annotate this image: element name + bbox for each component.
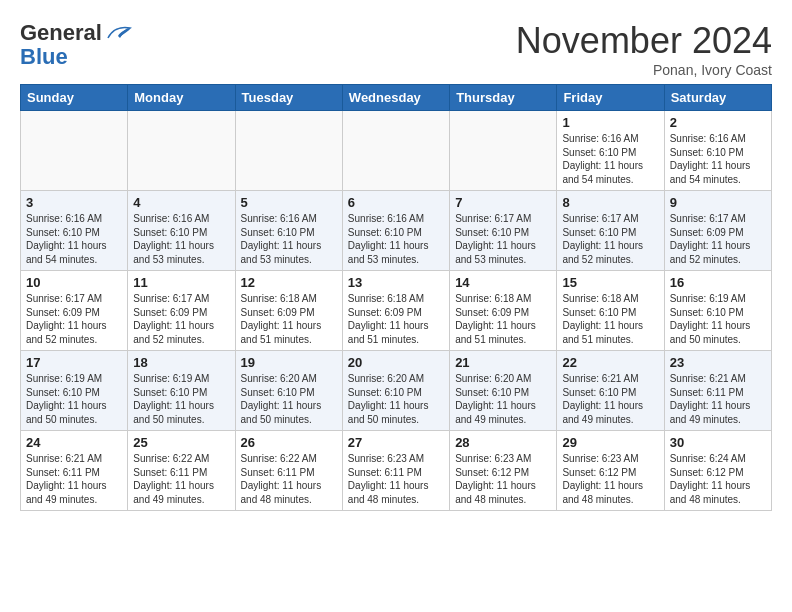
day-number: 5 (241, 195, 337, 210)
col-sunday: Sunday (21, 85, 128, 111)
calendar-week-1: 1Sunrise: 6:16 AM Sunset: 6:10 PM Daylig… (21, 111, 772, 191)
day-number: 12 (241, 275, 337, 290)
calendar-cell: 15Sunrise: 6:18 AM Sunset: 6:10 PM Dayli… (557, 271, 664, 351)
day-number: 19 (241, 355, 337, 370)
title-block: November 2024 Ponan, Ivory Coast (516, 20, 772, 78)
day-number: 30 (670, 435, 766, 450)
calendar-cell: 27Sunrise: 6:23 AM Sunset: 6:11 PM Dayli… (342, 431, 449, 511)
month-title: November 2024 (516, 20, 772, 62)
day-number: 15 (562, 275, 658, 290)
calendar-cell: 12Sunrise: 6:18 AM Sunset: 6:09 PM Dayli… (235, 271, 342, 351)
day-detail: Sunrise: 6:20 AM Sunset: 6:10 PM Dayligh… (348, 372, 444, 426)
calendar-cell: 11Sunrise: 6:17 AM Sunset: 6:09 PM Dayli… (128, 271, 235, 351)
calendar-cell: 21Sunrise: 6:20 AM Sunset: 6:10 PM Dayli… (450, 351, 557, 431)
calendar-cell: 28Sunrise: 6:23 AM Sunset: 6:12 PM Dayli… (450, 431, 557, 511)
day-number: 4 (133, 195, 229, 210)
col-friday: Friday (557, 85, 664, 111)
calendar-cell: 24Sunrise: 6:21 AM Sunset: 6:11 PM Dayli… (21, 431, 128, 511)
col-tuesday: Tuesday (235, 85, 342, 111)
day-number: 29 (562, 435, 658, 450)
day-number: 6 (348, 195, 444, 210)
day-detail: Sunrise: 6:22 AM Sunset: 6:11 PM Dayligh… (241, 452, 337, 506)
day-detail: Sunrise: 6:17 AM Sunset: 6:10 PM Dayligh… (562, 212, 658, 266)
day-number: 11 (133, 275, 229, 290)
calendar-cell (235, 111, 342, 191)
location-subtitle: Ponan, Ivory Coast (516, 62, 772, 78)
day-detail: Sunrise: 6:21 AM Sunset: 6:11 PM Dayligh… (670, 372, 766, 426)
calendar-cell: 25Sunrise: 6:22 AM Sunset: 6:11 PM Dayli… (128, 431, 235, 511)
day-number: 13 (348, 275, 444, 290)
day-detail: Sunrise: 6:16 AM Sunset: 6:10 PM Dayligh… (241, 212, 337, 266)
calendar-week-3: 10Sunrise: 6:17 AM Sunset: 6:09 PM Dayli… (21, 271, 772, 351)
calendar-cell: 2Sunrise: 6:16 AM Sunset: 6:10 PM Daylig… (664, 111, 771, 191)
logo: General Blue (20, 20, 132, 68)
day-number: 27 (348, 435, 444, 450)
day-number: 2 (670, 115, 766, 130)
calendar-cell: 16Sunrise: 6:19 AM Sunset: 6:10 PM Dayli… (664, 271, 771, 351)
day-detail: Sunrise: 6:16 AM Sunset: 6:10 PM Dayligh… (133, 212, 229, 266)
calendar-header-row: Sunday Monday Tuesday Wednesday Thursday… (21, 85, 772, 111)
day-detail: Sunrise: 6:22 AM Sunset: 6:11 PM Dayligh… (133, 452, 229, 506)
calendar-cell (128, 111, 235, 191)
day-detail: Sunrise: 6:17 AM Sunset: 6:10 PM Dayligh… (455, 212, 551, 266)
day-number: 3 (26, 195, 122, 210)
day-detail: Sunrise: 6:18 AM Sunset: 6:09 PM Dayligh… (241, 292, 337, 346)
day-number: 22 (562, 355, 658, 370)
calendar-week-2: 3Sunrise: 6:16 AM Sunset: 6:10 PM Daylig… (21, 191, 772, 271)
calendar-cell: 17Sunrise: 6:19 AM Sunset: 6:10 PM Dayli… (21, 351, 128, 431)
calendar-cell: 26Sunrise: 6:22 AM Sunset: 6:11 PM Dayli… (235, 431, 342, 511)
calendar-cell: 20Sunrise: 6:20 AM Sunset: 6:10 PM Dayli… (342, 351, 449, 431)
day-detail: Sunrise: 6:17 AM Sunset: 6:09 PM Dayligh… (670, 212, 766, 266)
calendar-cell: 18Sunrise: 6:19 AM Sunset: 6:10 PM Dayli… (128, 351, 235, 431)
calendar-week-4: 17Sunrise: 6:19 AM Sunset: 6:10 PM Dayli… (21, 351, 772, 431)
page-container: General Blue November 2024 Ponan, Ivory … (0, 0, 792, 521)
day-detail: Sunrise: 6:18 AM Sunset: 6:10 PM Dayligh… (562, 292, 658, 346)
calendar-cell: 29Sunrise: 6:23 AM Sunset: 6:12 PM Dayli… (557, 431, 664, 511)
day-number: 28 (455, 435, 551, 450)
logo-bird-icon (104, 22, 132, 44)
calendar-cell: 8Sunrise: 6:17 AM Sunset: 6:10 PM Daylig… (557, 191, 664, 271)
day-detail: Sunrise: 6:16 AM Sunset: 6:10 PM Dayligh… (562, 132, 658, 186)
day-number: 10 (26, 275, 122, 290)
day-number: 16 (670, 275, 766, 290)
day-detail: Sunrise: 6:16 AM Sunset: 6:10 PM Dayligh… (26, 212, 122, 266)
day-number: 17 (26, 355, 122, 370)
day-number: 26 (241, 435, 337, 450)
calendar-cell: 23Sunrise: 6:21 AM Sunset: 6:11 PM Dayli… (664, 351, 771, 431)
calendar-cell: 13Sunrise: 6:18 AM Sunset: 6:09 PM Dayli… (342, 271, 449, 351)
day-detail: Sunrise: 6:23 AM Sunset: 6:12 PM Dayligh… (455, 452, 551, 506)
day-number: 18 (133, 355, 229, 370)
calendar-cell (450, 111, 557, 191)
calendar-cell: 10Sunrise: 6:17 AM Sunset: 6:09 PM Dayli… (21, 271, 128, 351)
col-wednesday: Wednesday (342, 85, 449, 111)
day-detail: Sunrise: 6:23 AM Sunset: 6:12 PM Dayligh… (562, 452, 658, 506)
calendar-cell: 3Sunrise: 6:16 AM Sunset: 6:10 PM Daylig… (21, 191, 128, 271)
day-detail: Sunrise: 6:21 AM Sunset: 6:10 PM Dayligh… (562, 372, 658, 426)
calendar-table: Sunday Monday Tuesday Wednesday Thursday… (20, 84, 772, 511)
calendar-cell: 5Sunrise: 6:16 AM Sunset: 6:10 PM Daylig… (235, 191, 342, 271)
day-detail: Sunrise: 6:19 AM Sunset: 6:10 PM Dayligh… (670, 292, 766, 346)
day-number: 20 (348, 355, 444, 370)
day-detail: Sunrise: 6:17 AM Sunset: 6:09 PM Dayligh… (26, 292, 122, 346)
day-detail: Sunrise: 6:20 AM Sunset: 6:10 PM Dayligh… (455, 372, 551, 426)
logo-blue: Blue (20, 46, 132, 68)
day-detail: Sunrise: 6:19 AM Sunset: 6:10 PM Dayligh… (133, 372, 229, 426)
calendar-cell: 14Sunrise: 6:18 AM Sunset: 6:09 PM Dayli… (450, 271, 557, 351)
day-detail: Sunrise: 6:16 AM Sunset: 6:10 PM Dayligh… (348, 212, 444, 266)
day-number: 1 (562, 115, 658, 130)
logo-general: General (20, 20, 102, 46)
calendar-cell: 30Sunrise: 6:24 AM Sunset: 6:12 PM Dayli… (664, 431, 771, 511)
day-detail: Sunrise: 6:17 AM Sunset: 6:09 PM Dayligh… (133, 292, 229, 346)
day-number: 9 (670, 195, 766, 210)
day-number: 24 (26, 435, 122, 450)
calendar-cell (21, 111, 128, 191)
calendar-cell: 9Sunrise: 6:17 AM Sunset: 6:09 PM Daylig… (664, 191, 771, 271)
day-number: 8 (562, 195, 658, 210)
day-number: 14 (455, 275, 551, 290)
calendar-week-5: 24Sunrise: 6:21 AM Sunset: 6:11 PM Dayli… (21, 431, 772, 511)
day-detail: Sunrise: 6:16 AM Sunset: 6:10 PM Dayligh… (670, 132, 766, 186)
day-detail: Sunrise: 6:24 AM Sunset: 6:12 PM Dayligh… (670, 452, 766, 506)
calendar-cell: 22Sunrise: 6:21 AM Sunset: 6:10 PM Dayli… (557, 351, 664, 431)
day-number: 21 (455, 355, 551, 370)
header: General Blue November 2024 Ponan, Ivory … (20, 20, 772, 78)
